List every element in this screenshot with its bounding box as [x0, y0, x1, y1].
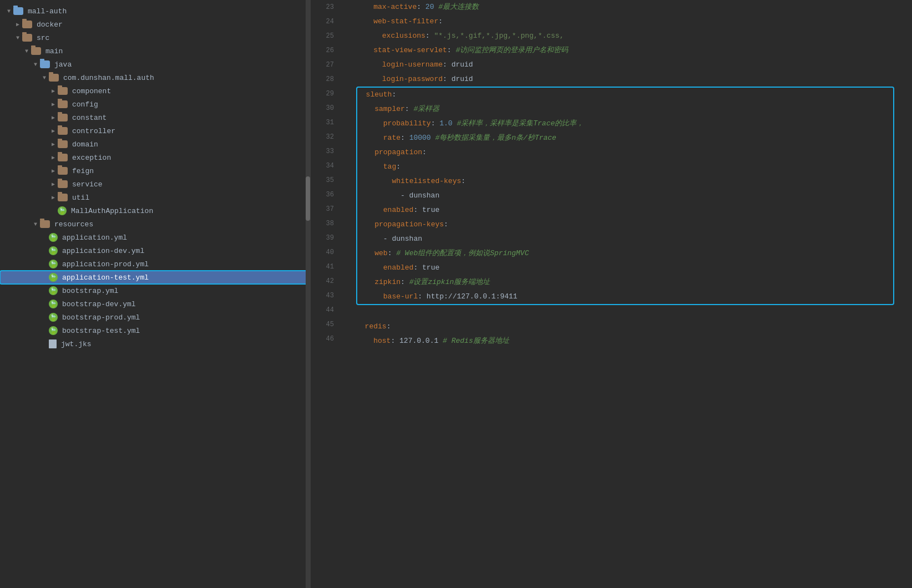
tree-item-component[interactable]: ▶component [0, 84, 310, 98]
tree-item-icon [58, 194, 68, 201]
tree-arrow[interactable]: ▼ [31, 62, 40, 68]
tree-item-label: bootstrap.yml [62, 287, 118, 295]
tree-item-constant[interactable]: ▶constant [0, 111, 310, 124]
tree-arrow[interactable]: ▼ [31, 221, 40, 227]
code-line: web-stat-filter: [356, 14, 905, 29]
tree-item-icon [58, 87, 68, 95]
tree-item-domain[interactable]: ▶domain [0, 138, 310, 151]
code-line: rate: 10000 #每秒数据采集量，最多n条/秒Trace [357, 131, 893, 145]
tree-item-label: config [72, 100, 98, 109]
tree-item-label: docker [37, 21, 63, 29]
tree-item-icon: 🍃 [49, 273, 58, 282]
tree-item-label: component [72, 87, 111, 95]
tree-item-icon [58, 180, 68, 188]
tree-item-icon [22, 34, 32, 42]
tree-arrow[interactable]: ▶ [49, 194, 58, 201]
tree-item-config[interactable]: ▶config [0, 98, 310, 111]
tree-item-label: application-prod.yml [62, 260, 149, 268]
tree-item-icon [58, 154, 68, 161]
line-number: 37 [315, 202, 334, 216]
tree-item-util[interactable]: ▶util [0, 191, 310, 204]
tree-item-label: application-dev.yml [62, 247, 144, 255]
code-line: redis: [356, 320, 905, 334]
tree-item-icon: 🍃 [49, 300, 58, 308]
line-number: 32 [315, 130, 334, 144]
tree-item-label: application-test.yml [62, 273, 149, 282]
code-line: exclusions: "*.js,*.gif,*.jpg,*.png,*.cs… [356, 29, 905, 43]
tree-item-label: java [54, 60, 72, 69]
tree-item-icon: 🍃 [49, 246, 58, 255]
tree-arrow[interactable]: ▼ [40, 75, 49, 81]
tree-item-com.dunshan.mall.auth[interactable]: ▼com.dunshan.mall.auth [0, 71, 310, 84]
tree-arrow[interactable]: ▶ [13, 21, 22, 28]
tree-arrow[interactable]: ▶ [49, 154, 58, 161]
tree-item-label: application.yml [62, 234, 127, 242]
tree-item-label: exception [72, 154, 111, 162]
tree-arrow[interactable]: ▶ [49, 128, 58, 134]
code-line: probability: 1.0 #采样率，采样率是采集Trace的比率， [357, 116, 893, 131]
line-number: 31 [315, 115, 334, 130]
tree-item-application-prod.yml[interactable]: 🍃application-prod.yml [0, 257, 310, 271]
tree-arrow[interactable]: ▶ [49, 141, 58, 148]
tree-item-label: MallAuthApplication [71, 207, 153, 215]
tree-item-icon [22, 21, 32, 28]
tree-item-resources[interactable]: ▼resources [0, 217, 310, 231]
tree-item-icon: 🍃 [49, 286, 58, 295]
tree-arrow[interactable]: ▼ [4, 8, 13, 14]
tree-arrow[interactable]: ▶ [49, 168, 58, 174]
tree-item-bootstrap-test.yml[interactable]: 🍃bootstrap-test.yml [0, 324, 310, 337]
tree-item-application-test.yml[interactable]: 🍃application-test.yml [0, 271, 310, 284]
tree-item-MallAuthApplication[interactable]: 🍃MallAuthApplication [0, 204, 310, 217]
tree-item-label: controller [72, 127, 115, 135]
tree-arrow[interactable]: ▶ [49, 181, 58, 187]
tree-item-application-dev.yml[interactable]: 🍃application-dev.yml [0, 244, 310, 257]
line-number: 35 [315, 173, 334, 187]
code-line: propagation: [357, 145, 893, 160]
tree-arrow[interactable]: ▶ [49, 88, 58, 94]
tree-item-docker[interactable]: ▶docker [0, 18, 310, 31]
tree-item-bootstrap-dev.yml[interactable]: 🍃bootstrap-dev.yml [0, 297, 310, 311]
tree-item-src[interactable]: ▼src [0, 31, 310, 44]
tree-item-icon: 🍃 [58, 206, 67, 215]
tree-item-icon [58, 127, 68, 135]
tree-item-icon [40, 60, 50, 68]
tree-item-mall-auth[interactable]: ▼mall-auth [0, 4, 310, 18]
line-number: 46 [315, 332, 334, 346]
tree-item-icon [40, 220, 50, 228]
tree-item-bootstrap-prod.yml[interactable]: 🍃bootstrap-prod.yml [0, 311, 310, 324]
tree-item-label: jwt.jks [61, 340, 92, 348]
tree-item-bootstrap.yml[interactable]: 🍃bootstrap.yml [0, 284, 310, 297]
code-editor: 2324252627282930313233343536373839404142… [311, 0, 912, 588]
line-number: 36 [315, 187, 334, 202]
file-tree[interactable]: ▼mall-auth▶docker▼src▼main▼java▼com.duns… [0, 0, 311, 588]
tree-item-jwt.jks[interactable]: jwt.jks [0, 337, 310, 351]
tree-item-label: bootstrap-prod.yml [62, 313, 140, 322]
tree-arrow[interactable]: ▶ [49, 114, 58, 121]
code-line: host: 127.0.0.1 # Redis服务器地址 [356, 334, 905, 348]
tree-item-exception[interactable]: ▶exception [0, 151, 310, 164]
tree-item-main[interactable]: ▼main [0, 44, 310, 58]
tree-item-icon: 🍃 [49, 313, 58, 322]
tree-item-application.yml[interactable]: 🍃application.yml [0, 231, 310, 244]
tree-arrow[interactable]: ▶ [49, 101, 58, 108]
line-numbers: 2324252627282930313233343536373839404142… [311, 0, 338, 588]
tree-item-feign[interactable]: ▶feign [0, 164, 310, 178]
gutter [338, 0, 349, 588]
tree-item-service[interactable]: ▶service [0, 178, 310, 191]
tree-arrow[interactable]: ▼ [22, 48, 31, 54]
tree-item-icon: 🍃 [49, 326, 58, 335]
tree-arrow[interactable]: ▼ [13, 35, 22, 41]
line-number: 27 [315, 58, 334, 72]
tree-item-icon [58, 114, 68, 121]
tree-item-label: com.dunshan.mall.auth [63, 74, 154, 82]
tree-item-icon [49, 339, 57, 348]
tree-item-controller[interactable]: ▶controller [0, 124, 310, 138]
tree-item-java[interactable]: ▼java [0, 58, 310, 71]
tree-item-icon: 🍃 [49, 233, 58, 242]
line-number: 44 [315, 303, 334, 317]
tree-item-label: constant [72, 114, 107, 122]
code-line: stat-view-servlet: #访问监控网页的登录用户名和密码 [356, 43, 905, 58]
code-line: sleuth: [357, 88, 893, 102]
code-line: enabled: true [357, 261, 893, 275]
code-line: propagation-keys: [357, 217, 893, 232]
